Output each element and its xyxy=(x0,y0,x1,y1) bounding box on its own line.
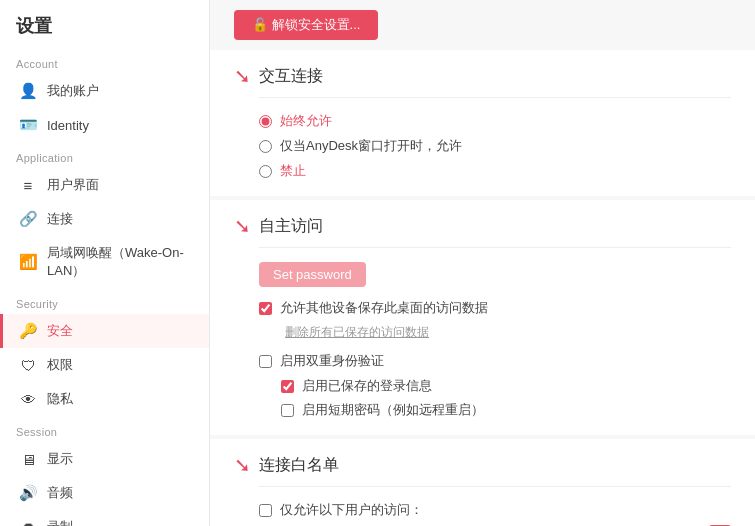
sidebar-item-privacy[interactable]: 👁 隐私 xyxy=(0,382,209,416)
sidebar-item-label: 权限 xyxy=(47,356,73,374)
radio-on-open[interactable]: 仅当AnyDesk窗口打开时，允许 xyxy=(259,137,731,155)
save-access-checkbox[interactable] xyxy=(259,302,272,315)
sidebar-item-permissions[interactable]: 🛡 权限 xyxy=(0,348,209,382)
arrow-icon-1: ➘ xyxy=(234,64,251,88)
interactive-access-radios: 始终允许 仅当AnyDesk窗口打开时，允许 禁止 xyxy=(259,112,731,180)
sidebar-item-display[interactable]: 🖥 显示 xyxy=(0,442,209,476)
self-access-section: ➘ 自主访问 Set password 允许其他设备保存此桌面的访问数据 删除所… xyxy=(210,200,755,435)
interactive-access-title: 交互连接 xyxy=(259,66,731,98)
account-icon: 👤 xyxy=(19,82,37,100)
sidebar-item-label: 用户界面 xyxy=(47,176,99,194)
whitelist-section: ➘ 连接白名单 仅允许以下用户的访问： + − xyxy=(210,439,755,526)
saved-login-label: 启用已保存的登录信息 xyxy=(302,377,432,395)
sidebar-item-security[interactable]: 🔑 安全 xyxy=(0,314,209,348)
self-access-title: 自主访问 xyxy=(259,216,731,248)
delete-access-link[interactable]: 删除所有已保存的访问数据 xyxy=(285,325,429,339)
sidebar-item-my-account[interactable]: 👤 我的账户 xyxy=(0,74,209,108)
identity-icon: 🪪 xyxy=(19,116,37,134)
sidebar: 设置 Account 👤 我的账户 🪪 Identity Application… xyxy=(0,0,210,526)
checkbox-save-access[interactable]: 允许其他设备保存此桌面的访问数据 xyxy=(259,299,731,317)
sidebar-item-wake-on-lan[interactable]: 📶 局域网唤醒（Wake-On-LAN） xyxy=(0,236,209,288)
temp-password-label: 启用短期密码（例如远程重启） xyxy=(302,401,484,419)
sidebar-item-identity[interactable]: 🪪 Identity xyxy=(0,108,209,142)
sidebar-item-ui[interactable]: ≡ 用户界面 xyxy=(0,168,209,202)
section-label-account: Account xyxy=(0,48,209,74)
whitelist-enable-checkbox[interactable] xyxy=(259,504,272,517)
sidebar-item-audio[interactable]: 🔊 音频 xyxy=(0,476,209,510)
radio-on-open-label: 仅当AnyDesk窗口打开时，允许 xyxy=(280,137,462,155)
top-bar: 🔓 解锁安全设置... xyxy=(210,0,755,50)
nested-checkboxes: 启用已保存的登录信息 启用短期密码（例如远程重启） xyxy=(281,377,731,419)
sidebar-item-label: 音频 xyxy=(47,484,73,502)
save-access-label: 允许其他设备保存此桌面的访问数据 xyxy=(280,299,488,317)
section-label-security: Security xyxy=(0,288,209,314)
unlock-button[interactable]: 🔓 解锁安全设置... xyxy=(234,10,378,40)
checkbox-saved-login[interactable]: 启用已保存的登录信息 xyxy=(281,377,731,395)
sidebar-item-label: 我的账户 xyxy=(47,82,99,100)
whitelist-title: 连接白名单 xyxy=(259,455,731,487)
radio-disable-input[interactable] xyxy=(259,165,272,178)
sidebar-item-recording[interactable]: ⏺ 录制 xyxy=(0,510,209,526)
security-icon: 🔑 xyxy=(19,322,37,340)
sidebar-item-label: 局域网唤醒（Wake-On-LAN） xyxy=(47,244,193,280)
radio-disable-label: 禁止 xyxy=(280,162,306,180)
temp-password-checkbox[interactable] xyxy=(281,404,294,417)
recording-icon: ⏺ xyxy=(19,519,37,527)
whitelist-checkbox-item[interactable]: 仅允许以下用户的访问： xyxy=(259,501,731,519)
display-icon: 🖥 xyxy=(19,451,37,468)
sidebar-item-label: 安全 xyxy=(47,322,73,340)
privacy-icon: 👁 xyxy=(19,391,37,408)
sidebar-item-connection[interactable]: 🔗 连接 xyxy=(0,202,209,236)
audio-icon: 🔊 xyxy=(19,484,37,502)
set-password-button[interactable]: Set password xyxy=(259,262,366,287)
radio-on-open-input[interactable] xyxy=(259,140,272,153)
ui-icon: ≡ xyxy=(19,177,37,194)
two-factor-label: 启用双重身份验证 xyxy=(280,352,384,370)
connection-icon: 🔗 xyxy=(19,210,37,228)
permissions-icon: 🛡 xyxy=(19,357,37,374)
arrow-icon-2: ➘ xyxy=(234,214,251,238)
section-label-session: Session xyxy=(0,416,209,442)
section-label-application: Application xyxy=(0,142,209,168)
sidebar-item-label: 显示 xyxy=(47,450,73,468)
app-title: 设置 xyxy=(0,0,209,48)
radio-disable[interactable]: 禁止 xyxy=(259,162,731,180)
checkbox-two-factor[interactable]: 启用双重身份验证 xyxy=(259,352,731,370)
checkbox-temp-password[interactable]: 启用短期密码（例如远程重启） xyxy=(281,401,731,419)
arrow-icon-3: ➘ xyxy=(234,453,251,477)
saved-login-checkbox[interactable] xyxy=(281,380,294,393)
sidebar-item-label: 录制 xyxy=(47,518,73,526)
wake-on-lan-icon: 📶 xyxy=(19,253,37,271)
radio-always-label: 始终允许 xyxy=(280,112,332,130)
radio-always-input[interactable] xyxy=(259,115,272,128)
sidebar-item-label: 隐私 xyxy=(47,390,73,408)
interactive-access-section: ➘ 交互连接 始终允许 仅当AnyDesk窗口打开时，允许 xyxy=(210,50,755,196)
two-factor-checkbox[interactable] xyxy=(259,355,272,368)
sidebar-item-label: 连接 xyxy=(47,210,73,228)
radio-always[interactable]: 始终允许 xyxy=(259,112,731,130)
main-content: 🔓 解锁安全设置... ➘ 交互连接 始终允许 xyxy=(210,0,755,526)
self-access-checkboxes: 允许其他设备保存此桌面的访问数据 删除所有已保存的访问数据 启用双重身份验证 xyxy=(259,299,731,419)
whitelist-checkbox-label: 仅允许以下用户的访问： xyxy=(280,501,423,519)
sidebar-item-label: Identity xyxy=(47,118,89,133)
